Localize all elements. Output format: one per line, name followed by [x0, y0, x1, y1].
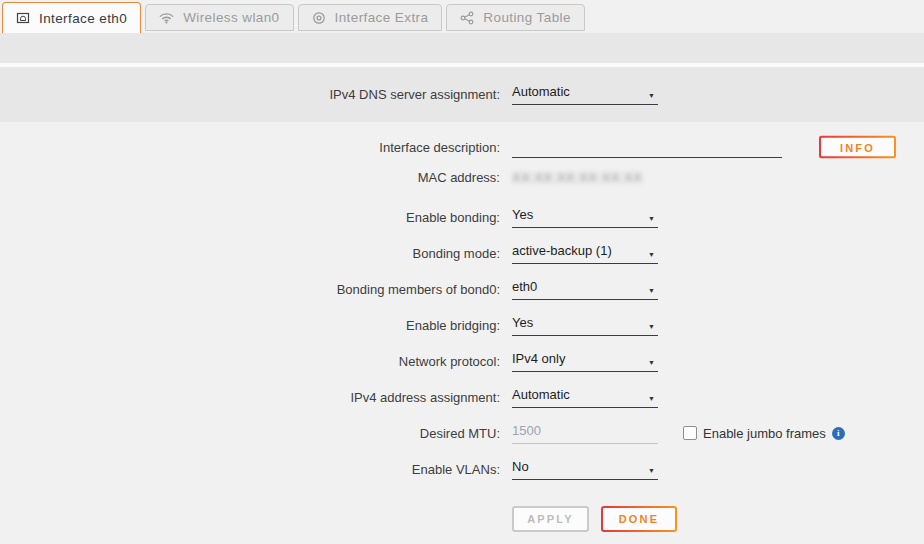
mac-address-label: MAC address:	[0, 170, 500, 185]
jumbo-frames-checkbox[interactable]	[683, 426, 697, 440]
desired-mtu-label: Desired MTU:	[0, 426, 500, 441]
bonding-mode-select[interactable]: active-backup (1) ▼	[512, 243, 658, 264]
dns-assignment-label: IPv4 DNS server assignment:	[0, 87, 500, 102]
share-nodes-icon	[460, 11, 474, 25]
tab-wireless-wlan0[interactable]: Wireless wlan0	[145, 4, 293, 31]
dropdown-arrow-icon: ▼	[648, 359, 655, 366]
dns-assignment-select[interactable]: Automatic ▼	[512, 84, 658, 105]
network-protocol-select[interactable]: IPv4 only ▼	[512, 351, 658, 372]
tab-bar: Interface eth0 Wireless wlan0 Interface …	[0, 0, 924, 33]
dropdown-arrow-icon: ▼	[648, 92, 655, 99]
jumbo-frames-group: Enable jumbo frames i	[683, 426, 845, 441]
enable-vlans-label: Enable VLANs:	[0, 462, 500, 477]
dns-section: IPv4 DNS server assignment: Automatic ▼	[0, 67, 924, 122]
bonding-mode-label: Bonding mode:	[0, 246, 500, 261]
tab-label: Interface Extra	[335, 10, 429, 25]
enable-bonding-row: Enable bonding: Yes ▼	[0, 199, 924, 235]
mac-address-value-blurred: XX:XX:XX:XX:XX:XX	[512, 170, 643, 185]
select-value: eth0	[512, 279, 537, 294]
select-value: Yes	[512, 207, 533, 222]
tab-label: Wireless wlan0	[183, 10, 279, 25]
select-value: Yes	[512, 315, 533, 330]
interface-description-row: Interface description: INFO	[0, 129, 924, 165]
interface-description-input[interactable]	[512, 137, 782, 158]
enable-bonding-select[interactable]: Yes ▼	[512, 207, 658, 228]
dropdown-arrow-icon: ▼	[648, 323, 655, 330]
action-buttons-row: APPLY DONE	[0, 505, 924, 533]
network-protocol-label: Network protocol:	[0, 354, 500, 369]
interface-form: Interface description: INFO MAC address:…	[0, 129, 924, 533]
tab-label: Interface eth0	[39, 11, 127, 26]
dropdown-arrow-icon: ▼	[648, 287, 655, 294]
enable-vlans-row: Enable VLANs: No ▼	[0, 451, 924, 487]
tab-interface-eth0[interactable]: Interface eth0	[2, 2, 141, 33]
select-value: Automatic	[512, 84, 570, 99]
tab-interface-extra[interactable]: Interface Extra	[298, 4, 443, 31]
dropdown-arrow-icon: ▼	[648, 215, 655, 222]
select-value: Automatic	[512, 387, 570, 402]
info-circle-icon[interactable]: i	[832, 427, 845, 440]
ipv4-assignment-row: IPv4 address assignment: Automatic ▼	[0, 379, 924, 415]
enable-bridging-label: Enable bridging:	[0, 318, 500, 333]
enable-bonding-label: Enable bonding:	[0, 210, 500, 225]
tab-label: Routing Table	[483, 10, 571, 25]
bonding-members-label: Bonding members of bond0:	[0, 282, 500, 297]
header-band	[0, 33, 924, 63]
ethernet-icon	[16, 11, 30, 25]
network-protocol-row: Network protocol: IPv4 only ▼	[0, 343, 924, 379]
enable-bridging-select[interactable]: Yes ▼	[512, 315, 658, 336]
desired-mtu-row: Desired MTU: Enable jumbo frames i	[0, 415, 924, 451]
bonding-members-select[interactable]: eth0 ▼	[512, 279, 658, 300]
mac-address-row: MAC address: XX:XX:XX:XX:XX:XX	[0, 165, 924, 189]
info-button[interactable]: INFO	[819, 136, 896, 159]
select-value: active-backup (1)	[512, 243, 612, 258]
target-icon	[312, 11, 326, 25]
select-value: IPv4 only	[512, 351, 565, 366]
apply-button[interactable]: APPLY	[512, 506, 589, 532]
dropdown-arrow-icon: ▼	[648, 251, 655, 258]
interface-description-label: Interface description:	[0, 140, 500, 155]
wifi-icon	[159, 12, 174, 24]
enable-bridging-row: Enable bridging: Yes ▼	[0, 307, 924, 343]
bonding-members-row: Bonding members of bond0: eth0 ▼	[0, 271, 924, 307]
jumbo-frames-label: Enable jumbo frames	[703, 426, 826, 441]
ipv4-assignment-select[interactable]: Automatic ▼	[512, 387, 658, 408]
desired-mtu-input[interactable]	[512, 423, 658, 444]
enable-vlans-select[interactable]: No ▼	[512, 459, 658, 480]
bonding-mode-row: Bonding mode: active-backup (1) ▼	[0, 235, 924, 271]
dropdown-arrow-icon: ▼	[648, 467, 655, 474]
select-value: No	[512, 459, 529, 474]
done-button[interactable]: DONE	[601, 506, 677, 532]
dropdown-arrow-icon: ▼	[648, 395, 655, 402]
ipv4-assignment-label: IPv4 address assignment:	[0, 390, 500, 405]
tab-routing-table[interactable]: Routing Table	[446, 4, 585, 31]
